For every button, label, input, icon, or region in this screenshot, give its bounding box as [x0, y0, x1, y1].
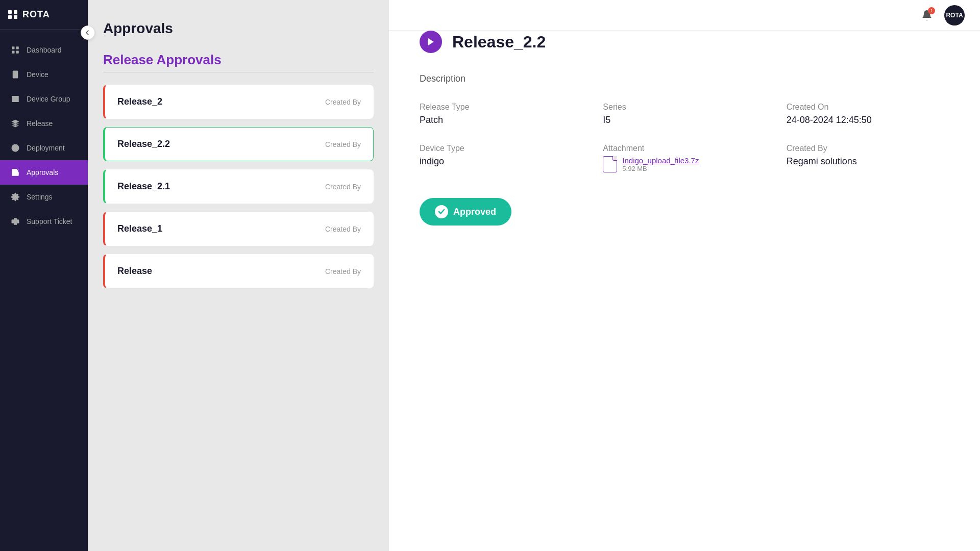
release-card[interactable]: Release Created By — [103, 254, 374, 288]
created-by-field: Created By Regami solutions — [787, 144, 949, 172]
sidebar-item-label: Approvals — [27, 168, 58, 177]
release-card-created-by: Created By — [325, 183, 361, 191]
release-card[interactable]: Release_2.2 Created By — [103, 127, 374, 161]
detail-grid: Release Type Patch Series I5 Created On … — [420, 103, 949, 172]
device-type-field: Device Type indigo — [420, 144, 582, 172]
avatar[interactable]: ROTA — [944, 5, 965, 26]
dashboard-icon — [10, 45, 20, 55]
approved-button-label: Approved — [453, 207, 496, 217]
sidebar-item-settings[interactable]: Settings — [0, 185, 88, 209]
series-value: I5 — [603, 115, 610, 125]
release-card-name: Release_2 — [117, 96, 162, 107]
release-card-name: Release_1 — [117, 223, 162, 234]
series-field: Series I5 — [603, 103, 766, 126]
approvals-panel: Approvals Release Approvals Release_2 Cr… — [88, 0, 389, 551]
topbar: 1 ROTA — [389, 0, 980, 31]
svg-rect-3 — [16, 51, 19, 54]
approved-button[interactable]: Approved — [420, 198, 511, 226]
device-icon — [10, 69, 20, 80]
sidebar: ROTA Dashboard Device Device Group Rel — [0, 0, 88, 551]
sidebar-item-label: Device — [27, 70, 48, 79]
release-type-value: Patch — [420, 115, 443, 125]
release-card-name: Release_2.1 — [117, 181, 170, 192]
approved-check-icon — [435, 205, 448, 218]
attachment-label: Attachment — [603, 144, 766, 153]
svg-rect-0 — [12, 46, 14, 49]
sidebar-item-label: Release — [27, 119, 53, 128]
created-on-value: 24-08-2024 12:45:50 — [787, 115, 872, 125]
notification-button[interactable]: 1 — [918, 6, 936, 24]
detail-header: Release_2.2 — [420, 31, 949, 53]
sidebar-item-device[interactable]: Device — [0, 62, 88, 87]
release-card-created-by: Created By — [325, 225, 361, 233]
created-by-label: Created By — [787, 144, 949, 153]
series-label: Series — [603, 103, 766, 112]
svg-rect-2 — [12, 51, 14, 54]
notification-badge: 1 — [928, 7, 935, 14]
release-card-created-by: Created By — [325, 98, 361, 106]
sidebar-item-label: Deployment — [27, 144, 65, 152]
main-area: Approvals Release Approvals Release_2 Cr… — [88, 0, 980, 551]
device-type-label: Device Type — [420, 144, 582, 153]
device-group-icon — [10, 94, 20, 104]
sidebar-item-label: Dashboard — [27, 46, 62, 54]
approvals-icon — [10, 167, 20, 178]
sidebar-item-deployment[interactable]: Deployment — [0, 136, 88, 160]
attachment-filename[interactable]: Indigo_upload_file3.7z — [622, 156, 699, 165]
created-on-field: Created On 24-08-2024 12:45:50 — [787, 103, 949, 126]
divider — [103, 72, 374, 72]
detail-panel: 1 ROTA Release_2.2 Description Release T… — [389, 0, 980, 551]
sidebar-item-approvals[interactable]: Approvals — [0, 160, 88, 185]
collapse-button[interactable] — [81, 26, 95, 40]
settings-icon — [10, 192, 20, 202]
description-label: Description — [420, 73, 949, 84]
release-type-field: Release Type Patch — [420, 103, 582, 126]
sidebar-header: ROTA — [0, 0, 88, 30]
sidebar-nav: Dashboard Device Device Group Release De — [0, 30, 88, 551]
support-icon — [10, 216, 20, 227]
sidebar-item-label: Support Ticket — [27, 217, 72, 226]
svg-marker-8 — [428, 38, 434, 46]
attachment-info: Indigo_upload_file3.7z 5.92 MB — [622, 156, 699, 172]
deployment-icon — [10, 143, 20, 153]
logo-icon — [8, 10, 17, 19]
created-on-label: Created On — [787, 103, 949, 112]
release-card-created-by: Created By — [325, 267, 361, 276]
detail-play-icon — [420, 31, 442, 53]
release-icon — [10, 118, 20, 129]
sidebar-item-support-ticket[interactable]: Support Ticket — [0, 209, 88, 234]
detail-title: Release_2.2 — [452, 33, 546, 52]
created-by-value: Regami solutions — [787, 156, 857, 166]
sidebar-item-dashboard[interactable]: Dashboard — [0, 38, 88, 62]
sidebar-item-label: Settings — [27, 193, 53, 201]
approvals-title: Approvals — [103, 20, 374, 37]
release-card[interactable]: Release_2 Created By — [103, 85, 374, 119]
release-type-label: Release Type — [420, 103, 582, 112]
attachment-item: Indigo_upload_file3.7z 5.92 MB — [603, 156, 766, 172]
release-card-name: Release — [117, 266, 152, 277]
sidebar-item-release[interactable]: Release — [0, 111, 88, 136]
app-title: ROTA — [22, 9, 50, 20]
release-approvals-title: Release Approvals — [103, 52, 374, 68]
attachment-field: Attachment Indigo_upload_file3.7z 5.92 M… — [603, 144, 766, 172]
sidebar-item-label: Device Group — [27, 95, 70, 103]
release-card[interactable]: Release_1 Created By — [103, 212, 374, 246]
release-card[interactable]: Release_2.1 Created By — [103, 169, 374, 204]
release-card-created-by: Created By — [325, 140, 361, 148]
svg-rect-1 — [16, 46, 19, 49]
attachment-filesize: 5.92 MB — [622, 165, 699, 172]
svg-point-5 — [15, 76, 16, 77]
device-type-value: indigo — [420, 156, 444, 166]
release-card-name: Release_2.2 — [117, 139, 170, 149]
sidebar-item-device-group[interactable]: Device Group — [0, 87, 88, 111]
file-icon — [603, 156, 617, 172]
